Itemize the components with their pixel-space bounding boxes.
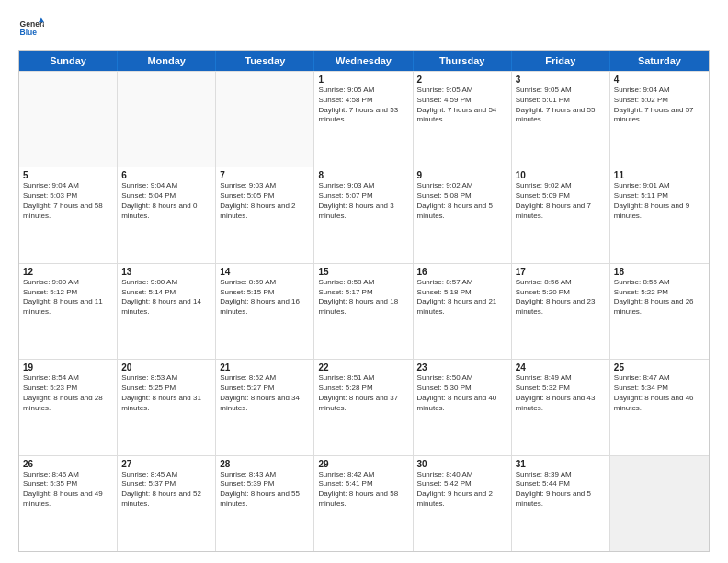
- day-number: 2: [417, 75, 507, 85]
- day-number: 12: [23, 267, 113, 277]
- calendar-row-2: 5Sunrise: 9:04 AM Sunset: 5:03 PM Daylig…: [19, 167, 709, 262]
- day-number: 25: [614, 362, 705, 373]
- day-number: 16: [417, 267, 507, 277]
- calendar-cell: 4Sunrise: 9:04 AM Sunset: 5:02 PM Daylig…: [610, 72, 709, 167]
- day-info: Sunrise: 8:55 AM Sunset: 5:22 PM Dayligh…: [614, 278, 705, 317]
- day-number: 1: [318, 75, 408, 85]
- logo-icon: General Blue: [18, 17, 44, 42]
- day-number: 22: [318, 362, 408, 373]
- day-info: Sunrise: 9:05 AM Sunset: 4:58 PM Dayligh…: [318, 86, 408, 125]
- day-number: 28: [220, 459, 310, 469]
- day-number: 5: [23, 170, 113, 180]
- day-info: Sunrise: 8:53 AM Sunset: 5:25 PM Dayligh…: [121, 373, 211, 413]
- day-info: Sunrise: 9:04 AM Sunset: 5:04 PM Dayligh…: [121, 181, 211, 221]
- day-info: Sunrise: 8:54 AM Sunset: 5:23 PM Dayligh…: [23, 373, 113, 413]
- day-info: Sunrise: 8:40 AM Sunset: 5:42 PM Dayligh…: [417, 470, 507, 510]
- day-info: Sunrise: 8:39 AM Sunset: 5:44 PM Dayligh…: [516, 470, 606, 510]
- calendar-cell: 15Sunrise: 8:58 AM Sunset: 5:17 PM Dayli…: [314, 264, 413, 359]
- calendar-row-3: 12Sunrise: 9:00 AM Sunset: 5:12 PM Dayli…: [19, 263, 709, 359]
- calendar-cell: 11Sunrise: 9:01 AM Sunset: 5:11 PM Dayli…: [610, 167, 709, 262]
- day-number: 6: [121, 170, 211, 180]
- calendar-cell: 6Sunrise: 9:04 AM Sunset: 5:04 PM Daylig…: [118, 167, 216, 262]
- calendar-cell: 22Sunrise: 8:51 AM Sunset: 5:28 PM Dayli…: [314, 360, 413, 454]
- calendar-header: SundayMondayTuesdayWednesdayThursdayFrid…: [19, 51, 709, 71]
- day-info: Sunrise: 9:05 AM Sunset: 5:01 PM Dayligh…: [516, 86, 606, 125]
- calendar-cell: 8Sunrise: 9:03 AM Sunset: 5:07 PM Daylig…: [314, 167, 413, 262]
- day-info: Sunrise: 9:00 AM Sunset: 5:14 PM Dayligh…: [121, 278, 211, 317]
- calendar-cell: [118, 72, 216, 167]
- day-number: 14: [220, 267, 310, 277]
- day-info: Sunrise: 9:01 AM Sunset: 5:11 PM Dayligh…: [614, 181, 705, 221]
- day-info: Sunrise: 9:04 AM Sunset: 5:03 PM Dayligh…: [23, 181, 113, 221]
- day-info: Sunrise: 8:42 AM Sunset: 5:41 PM Dayligh…: [318, 470, 408, 510]
- day-number: 4: [614, 75, 705, 85]
- calendar-cell: 7Sunrise: 9:03 AM Sunset: 5:05 PM Daylig…: [216, 167, 314, 262]
- day-number: 27: [121, 459, 211, 469]
- day-info: Sunrise: 8:56 AM Sunset: 5:20 PM Dayligh…: [516, 278, 606, 317]
- weekday-header-sunday: Sunday: [19, 51, 118, 71]
- day-info: Sunrise: 8:43 AM Sunset: 5:39 PM Dayligh…: [220, 470, 310, 510]
- day-number: 26: [23, 459, 113, 469]
- day-info: Sunrise: 8:57 AM Sunset: 5:18 PM Dayligh…: [417, 278, 507, 317]
- calendar: SundayMondayTuesdayWednesdayThursdayFrid…: [18, 50, 710, 552]
- calendar-body: 1Sunrise: 9:05 AM Sunset: 4:58 PM Daylig…: [19, 71, 709, 551]
- day-info: Sunrise: 8:50 AM Sunset: 5:30 PM Dayligh…: [417, 373, 507, 413]
- calendar-cell: 26Sunrise: 8:46 AM Sunset: 5:35 PM Dayli…: [19, 456, 118, 551]
- calendar-cell: 28Sunrise: 8:43 AM Sunset: 5:39 PM Dayli…: [216, 456, 314, 551]
- day-info: Sunrise: 8:52 AM Sunset: 5:27 PM Dayligh…: [220, 373, 310, 413]
- calendar-cell: 2Sunrise: 9:05 AM Sunset: 4:59 PM Daylig…: [414, 72, 512, 167]
- day-info: Sunrise: 8:46 AM Sunset: 5:35 PM Dayligh…: [23, 470, 113, 510]
- svg-text:Blue: Blue: [20, 28, 38, 37]
- day-info: Sunrise: 8:47 AM Sunset: 5:34 PM Dayligh…: [614, 373, 705, 413]
- day-info: Sunrise: 9:05 AM Sunset: 4:59 PM Dayligh…: [417, 86, 507, 125]
- calendar-cell: 27Sunrise: 8:45 AM Sunset: 5:37 PM Dayli…: [118, 456, 216, 551]
- calendar-cell: 12Sunrise: 9:00 AM Sunset: 5:12 PM Dayli…: [19, 264, 118, 359]
- day-number: 24: [516, 362, 606, 373]
- day-number: 15: [318, 267, 408, 277]
- day-info: Sunrise: 8:51 AM Sunset: 5:28 PM Dayligh…: [318, 373, 408, 413]
- calendar-cell: 10Sunrise: 9:02 AM Sunset: 5:09 PM Dayli…: [512, 167, 610, 262]
- day-info: Sunrise: 8:45 AM Sunset: 5:37 PM Dayligh…: [121, 470, 211, 510]
- day-info: Sunrise: 8:49 AM Sunset: 5:32 PM Dayligh…: [516, 373, 606, 413]
- day-info: Sunrise: 9:04 AM Sunset: 5:02 PM Dayligh…: [614, 86, 705, 125]
- weekday-header-monday: Monday: [118, 51, 216, 71]
- day-info: Sunrise: 8:58 AM Sunset: 5:17 PM Dayligh…: [318, 278, 408, 317]
- day-number: 8: [318, 170, 408, 180]
- calendar-cell: 19Sunrise: 8:54 AM Sunset: 5:23 PM Dayli…: [19, 360, 118, 454]
- day-number: 17: [516, 267, 606, 277]
- day-number: 29: [318, 459, 408, 469]
- day-info: Sunrise: 9:02 AM Sunset: 5:09 PM Dayligh…: [516, 181, 606, 221]
- day-number: 3: [516, 75, 606, 85]
- calendar-cell: 9Sunrise: 9:02 AM Sunset: 5:08 PM Daylig…: [414, 167, 512, 262]
- calendar-cell: 30Sunrise: 8:40 AM Sunset: 5:42 PM Dayli…: [414, 456, 512, 551]
- calendar-cell: 24Sunrise: 8:49 AM Sunset: 5:32 PM Dayli…: [512, 360, 610, 454]
- day-number: 10: [516, 170, 606, 180]
- weekday-header-thursday: Thursday: [414, 51, 512, 71]
- calendar-cell: 18Sunrise: 8:55 AM Sunset: 5:22 PM Dayli…: [610, 264, 709, 359]
- calendar-cell: [610, 456, 709, 551]
- day-info: Sunrise: 9:03 AM Sunset: 5:07 PM Dayligh…: [318, 181, 408, 221]
- calendar-cell: 17Sunrise: 8:56 AM Sunset: 5:20 PM Dayli…: [512, 264, 610, 359]
- day-number: 21: [220, 362, 310, 373]
- weekday-header-tuesday: Tuesday: [216, 51, 314, 71]
- day-number: 23: [417, 362, 507, 373]
- day-number: 7: [220, 170, 310, 180]
- logo: General Blue: [18, 17, 48, 42]
- day-number: 19: [23, 362, 113, 373]
- calendar-row-4: 19Sunrise: 8:54 AM Sunset: 5:23 PM Dayli…: [19, 359, 709, 454]
- calendar-cell: 29Sunrise: 8:42 AM Sunset: 5:41 PM Dayli…: [314, 456, 413, 551]
- day-number: 13: [121, 267, 211, 277]
- calendar-cell: 5Sunrise: 9:04 AM Sunset: 5:03 PM Daylig…: [19, 167, 118, 262]
- calendar-cell: 21Sunrise: 8:52 AM Sunset: 5:27 PM Dayli…: [216, 360, 314, 454]
- day-number: 9: [417, 170, 507, 180]
- day-number: 31: [516, 459, 606, 469]
- calendar-cell: 14Sunrise: 8:59 AM Sunset: 5:15 PM Dayli…: [216, 264, 314, 359]
- calendar-cell: 20Sunrise: 8:53 AM Sunset: 5:25 PM Dayli…: [118, 360, 216, 454]
- calendar-cell: 25Sunrise: 8:47 AM Sunset: 5:34 PM Dayli…: [610, 360, 709, 454]
- calendar-cell: 13Sunrise: 9:00 AM Sunset: 5:14 PM Dayli…: [118, 264, 216, 359]
- day-number: 11: [614, 170, 705, 180]
- weekday-header-saturday: Saturday: [610, 51, 709, 71]
- calendar-cell: 16Sunrise: 8:57 AM Sunset: 5:18 PM Dayli…: [414, 264, 512, 359]
- calendar-row-1: 1Sunrise: 9:05 AM Sunset: 4:58 PM Daylig…: [19, 71, 709, 167]
- calendar-cell: [19, 72, 118, 167]
